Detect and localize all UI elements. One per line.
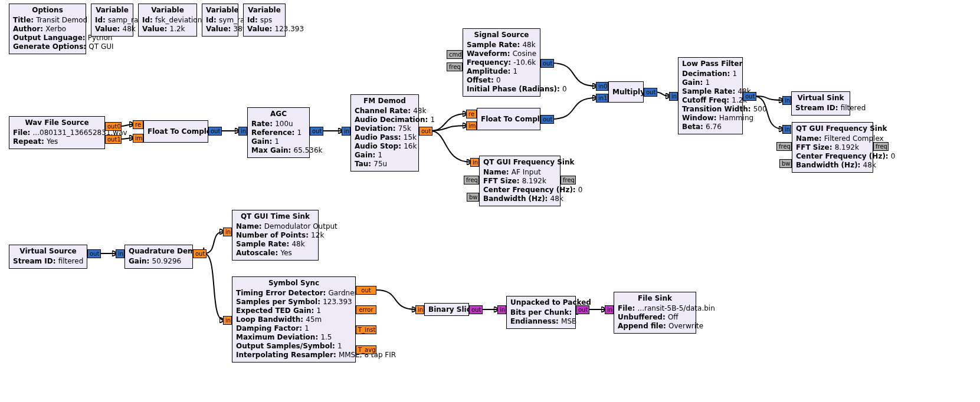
block-fm-demod[interactable]: FM Demod Channel Rate: 48k Audio Decimat… xyxy=(350,94,419,172)
block-low-pass-filter[interactable]: Low Pass Filter Decimation: 1 Gain: 1 Sa… xyxy=(678,57,743,134)
port-u2p-in[interactable]: in xyxy=(497,305,506,314)
port-sym-out[interactable]: out xyxy=(356,286,376,295)
block-symbol-sync[interactable]: Symbol Sync Timing Error Detector: Gardn… xyxy=(232,276,356,363)
port-f2c2-out[interactable]: out xyxy=(540,115,554,124)
port-bin-in[interactable]: in xyxy=(415,305,424,314)
block-var-sps[interactable]: Variable Id: sps Value: 123.393 xyxy=(243,4,286,37)
port-freq-filt-bw[interactable]: bw xyxy=(779,159,792,168)
port-lpf-in[interactable]: in xyxy=(669,92,678,101)
block-options[interactable]: Options Title: Transit Demod Author: Xer… xyxy=(9,4,86,54)
port-wav-out1[interactable]: out1 xyxy=(105,135,122,144)
block-file-sink[interactable]: File Sink File: ...ransit-5B-5/data.bin … xyxy=(614,292,696,334)
port-file-in[interactable]: in xyxy=(605,305,614,314)
block-qt-freq-sink-filtered[interactable]: QT GUI Frequency Sink Name: Filtered Com… xyxy=(792,122,873,173)
block-qt-time-sink[interactable]: QT GUI Time Sink Name: Demodulator Outpu… xyxy=(232,210,319,261)
port-mul-in1[interactable]: in1 xyxy=(596,94,608,103)
block-signal-source[interactable]: Signal Source Sample Rate: 48k Waveform:… xyxy=(463,28,540,97)
port-u2p-out[interactable]: out xyxy=(576,305,589,314)
block-virtual-sink[interactable]: Virtual Sink Stream ID: filtered xyxy=(791,91,850,116)
port-quad-in[interactable]: in xyxy=(116,249,124,258)
block-float-to-complex-2[interactable]: Float To Complex xyxy=(477,108,540,130)
block-var-sym-rate[interactable]: Variable Id: sym_rate Value: 389 xyxy=(202,4,238,37)
block-virtual-source[interactable]: Virtual Source Stream ID: filtered xyxy=(9,245,87,269)
port-mul-out[interactable]: out xyxy=(644,88,657,97)
port-f2c1-im[interactable]: im xyxy=(133,134,143,143)
block-wav-file-source[interactable]: Wav File Source File: ...080131_13665283… xyxy=(9,116,105,149)
port-freq-filt-freq-out[interactable]: freq xyxy=(873,142,889,151)
port-sym-error[interactable]: error xyxy=(356,305,376,314)
block-unpacked-to-packed[interactable]: Unpacked to Packed Bits per Chunk: 1 End… xyxy=(506,296,576,329)
port-mul-in0[interactable]: in0 xyxy=(596,82,608,91)
port-f2c1-out[interactable]: out xyxy=(208,127,222,136)
port-freq-filt-in[interactable]: in xyxy=(782,125,791,134)
port-freq-af-in[interactable]: in xyxy=(470,158,479,167)
block-qt-freq-sink-af[interactable]: QT GUI Frequency Sink Name: AF Input FFT… xyxy=(479,156,561,206)
port-wav-out0[interactable]: out0 xyxy=(105,122,122,131)
port-freq-af-bw[interactable]: bw xyxy=(467,193,479,202)
port-fm-in[interactable]: in xyxy=(342,127,350,136)
block-multiply[interactable]: Multiply xyxy=(608,81,644,103)
port-lpf-out[interactable]: out xyxy=(743,92,756,101)
port-agc-in[interactable]: in xyxy=(238,127,247,136)
block-var-fsk-dev[interactable]: Variable Id: fsk_deviation_hz Value: 1.2… xyxy=(138,4,197,37)
port-sym-tinst[interactable]: T_inst xyxy=(356,325,376,334)
port-freq-filt-freq[interactable]: freq xyxy=(776,142,792,151)
port-f2c2-re[interactable]: re xyxy=(466,110,477,118)
port-sym-in[interactable]: in xyxy=(223,316,232,325)
block-binary-slicer[interactable]: Binary Slicer xyxy=(424,303,469,316)
block-agc[interactable]: AGC Rate: 100u Reference: 1 Gain: 1 Max … xyxy=(247,107,310,158)
port-agc-out[interactable]: out xyxy=(310,127,323,136)
port-sig-out[interactable]: out xyxy=(540,59,554,68)
port-sig-freq[interactable]: freq xyxy=(447,62,463,71)
port-freq-af-freq-out[interactable]: freq xyxy=(561,176,576,184)
block-quadrature-demod[interactable]: Quadrature Demod Gain: 50.9296 xyxy=(124,245,193,269)
block-title: Options xyxy=(9,4,86,15)
port-bin-out[interactable]: out xyxy=(469,305,483,314)
port-f2c2-im[interactable]: im xyxy=(466,121,477,130)
port-time-in[interactable]: in xyxy=(223,228,232,236)
port-fm-out[interactable]: out xyxy=(419,127,432,136)
port-vsink-in[interactable]: in xyxy=(782,96,791,105)
port-freq-af-freq[interactable]: freq xyxy=(464,176,479,184)
port-sig-cmd[interactable]: cmd xyxy=(447,50,463,59)
block-var-samp-rate[interactable]: Variable Id: samp_rate Value: 48k xyxy=(91,4,133,37)
port-f2c1-re[interactable]: re xyxy=(133,120,143,129)
block-float-to-complex-1[interactable]: Float To Complex xyxy=(143,120,208,143)
block-props: Title: Transit Demod Author: Xerbo Outpu… xyxy=(9,15,86,54)
port-vsource-out[interactable]: out xyxy=(87,249,101,258)
port-quad-out[interactable]: out xyxy=(193,249,207,258)
port-sym-tavg[interactable]: T_avg xyxy=(356,345,376,354)
